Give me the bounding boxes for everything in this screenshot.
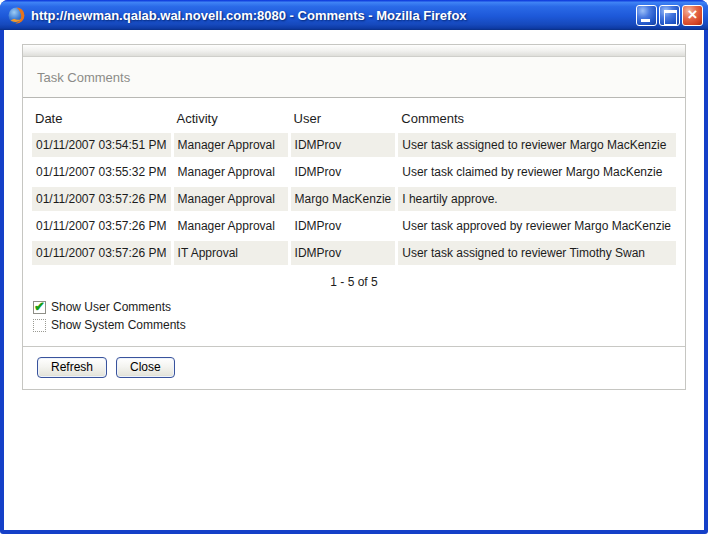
comments-table-body: 01/11/2007 03:54:51 PMManager ApprovalID… bbox=[32, 133, 676, 265]
table-cell: 01/11/2007 03:55:32 PM bbox=[32, 160, 171, 184]
table-row: 01/11/2007 03:55:32 PMManager ApprovalID… bbox=[32, 160, 676, 184]
checkbox-block: Show User Comments Show System Comments bbox=[29, 298, 679, 336]
show-user-comments-row[interactable]: Show User Comments bbox=[33, 298, 679, 316]
page-title: Task Comments bbox=[23, 57, 685, 98]
column-header-activity: Activity bbox=[174, 105, 288, 130]
table-cell: IDMProv bbox=[291, 133, 396, 157]
table-header-row: Date Activity User Comments bbox=[32, 105, 676, 130]
show-system-comments-label: Show System Comments bbox=[51, 318, 186, 332]
table-cell: IT Approval bbox=[174, 241, 288, 265]
task-comments-panel: Task Comments Date Activity User Comment… bbox=[22, 44, 686, 390]
table-cell: Manager Approval bbox=[174, 214, 288, 238]
panel-top-strip bbox=[23, 45, 685, 57]
panel-footer: Refresh Close bbox=[23, 346, 685, 389]
table-cell: Margo MacKenzie bbox=[291, 187, 396, 211]
window-title: http://newman.qalab.wal.novell.com:8080 … bbox=[31, 8, 636, 23]
table-cell: I heartily approve. bbox=[398, 187, 676, 211]
titlebar[interactable]: http://newman.qalab.wal.novell.com:8080 … bbox=[0, 0, 708, 30]
table-cell: User task approved by reviewer Margo Mac… bbox=[398, 214, 676, 238]
table-cell: Manager Approval bbox=[174, 133, 288, 157]
close-icon[interactable] bbox=[682, 5, 703, 26]
table-row: 01/11/2007 03:57:26 PMManager ApprovalMa… bbox=[32, 187, 676, 211]
table-cell: Manager Approval bbox=[174, 160, 288, 184]
table-cell: 01/11/2007 03:57:26 PM bbox=[32, 214, 171, 238]
table-cell: IDMProv bbox=[291, 241, 396, 265]
table-cell: IDMProv bbox=[291, 160, 396, 184]
table-row: 01/11/2007 03:57:26 PMManager ApprovalID… bbox=[32, 214, 676, 238]
table-cell: User task assigned to reviewer Timothy S… bbox=[398, 241, 676, 265]
panel-content: Date Activity User Comments 01/11/2007 0… bbox=[23, 98, 685, 336]
refresh-button[interactable]: Refresh bbox=[37, 357, 107, 378]
firefox-icon bbox=[8, 7, 25, 24]
minimize-icon[interactable] bbox=[636, 5, 657, 26]
browser-window: http://newman.qalab.wal.novell.com:8080 … bbox=[0, 0, 708, 534]
table-row: 01/11/2007 03:57:26 PMIT ApprovalIDMProv… bbox=[32, 241, 676, 265]
show-system-comments-row[interactable]: Show System Comments bbox=[33, 316, 679, 334]
maximize-icon[interactable] bbox=[659, 5, 680, 26]
column-header-date: Date bbox=[32, 105, 171, 130]
table-cell: Manager Approval bbox=[174, 187, 288, 211]
column-header-comments: Comments bbox=[398, 105, 676, 130]
table-cell: 01/11/2007 03:57:26 PM bbox=[32, 241, 171, 265]
table-cell: 01/11/2007 03:54:51 PM bbox=[32, 133, 171, 157]
comments-table: Date Activity User Comments 01/11/2007 0… bbox=[29, 102, 679, 268]
show-system-comments-checkbox[interactable] bbox=[33, 319, 46, 332]
table-row: 01/11/2007 03:54:51 PMManager ApprovalID… bbox=[32, 133, 676, 157]
close-button[interactable]: Close bbox=[116, 357, 175, 378]
table-cell: 01/11/2007 03:57:26 PM bbox=[32, 187, 171, 211]
show-user-comments-checkbox[interactable] bbox=[33, 301, 46, 314]
column-header-user: User bbox=[291, 105, 396, 130]
window-controls bbox=[636, 5, 703, 26]
show-user-comments-label: Show User Comments bbox=[51, 300, 171, 314]
table-cell: User task claimed by reviewer Margo MacK… bbox=[398, 160, 676, 184]
table-cell: User task assigned to reviewer Margo Mac… bbox=[398, 133, 676, 157]
page-body: Task Comments Date Activity User Comment… bbox=[4, 30, 704, 530]
table-cell: IDMProv bbox=[291, 214, 396, 238]
pagination-status: 1 - 5 of 5 bbox=[29, 268, 679, 298]
